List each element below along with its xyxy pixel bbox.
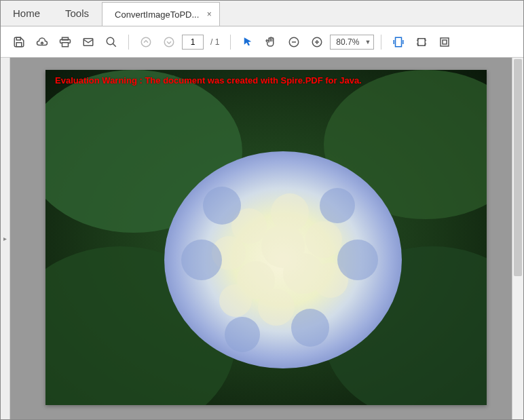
cloud-upload-icon xyxy=(36,36,48,48)
save-icon xyxy=(13,36,25,48)
vertical-scrollbar[interactable] xyxy=(512,58,523,419)
print-button[interactable] xyxy=(55,32,75,52)
zoom-in-button[interactable] xyxy=(307,32,327,52)
tab-document-label: ConvertImageToPD... xyxy=(115,9,199,20)
mail-icon xyxy=(82,36,94,48)
page-down-icon xyxy=(163,36,175,48)
scrollbar-thumb[interactable] xyxy=(514,59,522,276)
svg-point-31 xyxy=(203,187,241,225)
zoom-out-button[interactable] xyxy=(284,32,304,52)
svg-point-22 xyxy=(305,221,342,258)
svg-point-35 xyxy=(225,317,260,352)
hand-icon xyxy=(265,36,277,48)
page-total-label: / 1 xyxy=(206,37,223,47)
fit-page-icon xyxy=(415,36,428,48)
close-icon[interactable]: × xyxy=(204,9,214,19)
chevron-right-icon: ▸ xyxy=(3,235,7,242)
fit-width-button[interactable] xyxy=(388,32,409,52)
hand-tool-button[interactable] xyxy=(261,32,281,52)
tab-bar: Home Tools ConvertImageToPD... × xyxy=(1,1,523,26)
page-down-button xyxy=(159,32,179,52)
zoom-out-icon xyxy=(288,36,300,48)
evaluation-warning: Evaluation Warning : The document was cr… xyxy=(55,75,362,85)
svg-rect-11 xyxy=(418,38,426,45)
tab-document[interactable]: ConvertImageToPD... × xyxy=(102,2,220,26)
page-number-input[interactable] xyxy=(182,35,204,50)
svg-point-5 xyxy=(107,37,114,45)
separator xyxy=(381,35,381,50)
svg-point-33 xyxy=(320,188,355,223)
document-viewport[interactable]: Evaluation Warning : The document was cr… xyxy=(10,58,512,419)
cloud-upload-button[interactable] xyxy=(32,32,52,52)
search-icon xyxy=(105,36,117,48)
page-up-button xyxy=(136,32,156,52)
fit-page-button[interactable] xyxy=(411,32,432,52)
zoom-value-label: 80.7% xyxy=(336,37,359,47)
print-icon xyxy=(59,36,71,48)
svg-rect-10 xyxy=(396,37,402,47)
hydrangea-image xyxy=(45,70,487,405)
svg-point-34 xyxy=(291,309,329,347)
page-up-icon xyxy=(140,36,152,48)
svg-point-32 xyxy=(337,240,378,280)
svg-point-30 xyxy=(181,240,222,280)
pointer-icon xyxy=(242,36,254,48)
separator xyxy=(128,35,129,50)
svg-point-7 xyxy=(164,37,174,47)
separator xyxy=(230,35,231,50)
left-panel-toggle[interactable]: ▸ xyxy=(1,58,10,419)
svg-point-26 xyxy=(261,225,305,268)
search-button[interactable] xyxy=(101,32,121,52)
pointer-tool-button[interactable] xyxy=(238,32,258,52)
svg-point-29 xyxy=(219,284,252,317)
svg-rect-13 xyxy=(443,40,447,44)
pdf-page: Evaluation Warning : The document was cr… xyxy=(45,70,487,405)
svg-rect-3 xyxy=(62,42,69,46)
svg-rect-12 xyxy=(441,38,449,46)
fullscreen-icon xyxy=(438,36,451,48)
svg-rect-1 xyxy=(16,42,22,46)
tab-home[interactable]: Home xyxy=(1,1,53,26)
toolbar: / 1 80.7% ▼ xyxy=(1,26,523,58)
save-button[interactable] xyxy=(9,32,29,52)
svg-point-6 xyxy=(141,37,151,47)
content-area: ▸ xyxy=(1,58,523,419)
mail-button[interactable] xyxy=(78,32,98,52)
svg-rect-0 xyxy=(16,37,20,40)
chevron-down-icon: ▼ xyxy=(364,39,371,45)
svg-point-28 xyxy=(258,289,295,326)
fullscreen-button[interactable] xyxy=(434,32,455,52)
zoom-dropdown[interactable]: 80.7% ▼ xyxy=(330,35,374,50)
embedded-image xyxy=(45,70,487,405)
zoom-in-icon xyxy=(311,36,323,48)
tab-tools[interactable]: Tools xyxy=(53,1,102,26)
fit-width-icon xyxy=(392,36,405,48)
